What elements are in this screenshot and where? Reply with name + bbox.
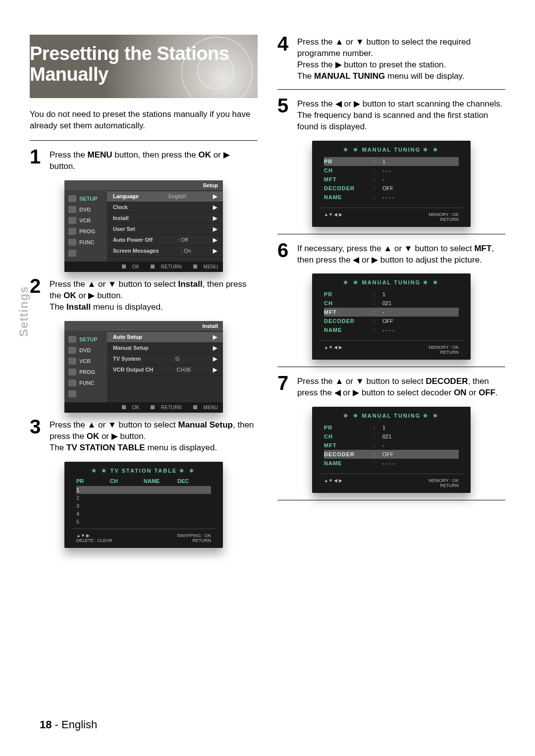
kv-row: DECODER:OFF	[324, 317, 459, 325]
kv-list: PR:1CH:021MFT:-DECODER:OFFNAME:- - - -	[319, 423, 464, 471]
label: SETUP	[79, 336, 98, 342]
col: CH	[110, 478, 144, 484]
osd-list: Auto Setup▶Manual Setup▶TV System:G▶VCR …	[107, 331, 223, 402]
step-text: Press the ◀ or ▶ button to start scannin…	[297, 97, 505, 133]
step-text: Press the ▲ or ▼ button to select Manual…	[50, 418, 258, 454]
step-number: 5	[277, 97, 292, 133]
step-4: 4 Press the ▲ or ▼ button to select the …	[277, 35, 505, 82]
page-footer: 18 - English	[40, 718, 97, 731]
step-number: 4	[277, 35, 292, 82]
t: Press the ◀ or ▶ button to start scannin…	[297, 99, 502, 108]
divider	[277, 500, 505, 500]
t: button, then press the	[112, 150, 199, 160]
kv-row: PR:1	[324, 290, 459, 299]
col: DEC	[177, 478, 211, 484]
osd-header: Setup	[64, 180, 223, 190]
osd-row: VCR Output CH:CH36▶	[107, 365, 223, 376]
osd-row: Install▶	[107, 213, 223, 224]
step-number: 7	[277, 374, 292, 399]
kv-row: NAME:- - - -	[324, 193, 459, 202]
t: ON	[454, 388, 467, 397]
label: FUNC	[79, 239, 95, 245]
t: OK	[87, 432, 100, 441]
kv-list: PR:1CH:- - -MFT:-DECODER:OFFNAME:- - - -	[319, 157, 464, 205]
table-row: 5	[76, 518, 211, 526]
osd-row: Clock▶	[107, 202, 223, 213]
osd-nav-dvd: DVD	[64, 345, 107, 356]
osd-nav-extra	[64, 388, 107, 399]
kv-row: MFT:-	[324, 441, 459, 450]
label: SETUP	[79, 196, 98, 202]
func-icon	[68, 379, 76, 386]
t: or ▶ button.	[99, 432, 146, 441]
step-text: Press the ▲ or ▼ button to select DECODE…	[297, 374, 505, 399]
page-number: 18	[40, 718, 52, 731]
page-columns: Presetting the Stations Manually You do …	[30, 35, 505, 553]
osd-footer: ▲▼ ◀ ▶MEMORY : OKRETURN	[319, 477, 464, 488]
section-tab: Settings	[17, 286, 31, 337]
t: Press the ▲ or ▼ button to select	[50, 279, 178, 289]
t: OK	[132, 264, 139, 270]
t: TV STATION TABLE	[110, 468, 177, 474]
step-number: 6	[277, 241, 292, 266]
osd-row: Auto Power Off: Off▶	[107, 235, 223, 246]
osd-nav-vcr: VCR	[64, 356, 107, 367]
t: MANUAL TUNING	[314, 71, 385, 81]
dpad-icon	[68, 250, 76, 257]
t: Install	[66, 302, 91, 312]
t: Install	[178, 279, 203, 289]
t: or ▶ button.	[76, 291, 123, 300]
osd-row: Manual Setup▶	[107, 343, 223, 354]
osd-footer: OK RETURN MENU	[64, 262, 223, 272]
t: Press the	[50, 150, 88, 160]
osd-manual-tuning-2: ✳ ✳ MANUAL TUNING ✳ ✳PR:1CH:021MFT:-DECO…	[312, 273, 471, 360]
t: ▲▼ ▶	[76, 533, 112, 538]
osd-install-menu: Install SETUP DVD VCR PROG FUNC Auto Set…	[64, 321, 223, 413]
kv-row: MFT:-	[324, 308, 459, 317]
step-text: If necessary, press the ▲ or ▼ button to…	[297, 241, 505, 266]
divider	[277, 234, 505, 234]
t: The	[50, 302, 66, 312]
label: PROG	[79, 228, 95, 234]
osd-header: Install	[64, 321, 223, 331]
osd-manual-tuning-1: ✳ ✳ MANUAL TUNING ✳ ✳PR:1CH:- - -MFT:-DE…	[312, 141, 471, 227]
osd-title: ✳ ✳ TV STATION TABLE ✳ ✳	[71, 466, 216, 478]
kv-row: NAME:- - - -	[324, 459, 459, 468]
right-column: 4 Press the ▲ or ▼ button to select the …	[277, 35, 505, 553]
t: Manual Setup	[178, 420, 233, 430]
osd-nav-dvd: DVD	[64, 204, 107, 215]
kv-row: NAME:- - - -	[324, 325, 459, 334]
footer-lang: English	[61, 718, 97, 731]
step-number: 2	[30, 277, 45, 313]
page-title: Presetting the Stations Manually	[30, 44, 258, 85]
step-number: 3	[30, 418, 45, 454]
osd-nav-setup: SETUP	[64, 334, 107, 345]
osd-row: Screen Messages: On▶	[107, 246, 223, 257]
label: PROG	[79, 369, 95, 375]
osd-nav-prog: PROG	[64, 226, 107, 237]
t: TV STATION TABLE	[66, 443, 145, 452]
t: OK	[132, 405, 139, 410]
osd-title: ✳ ✳ MANUAL TUNING ✳ ✳	[319, 411, 464, 423]
intro-text: You do not need to preset the stations m…	[30, 109, 258, 132]
func-icon	[68, 239, 76, 246]
osd-row: TV System:G▶	[107, 354, 223, 365]
t: MENU	[88, 150, 112, 160]
osd-nav-setup: SETUP	[64, 193, 107, 204]
t: .	[495, 388, 498, 397]
t: Press the ▲ or ▼ button to select the re…	[297, 37, 471, 58]
t: If necessary, press the ▲ or ▼ button to…	[297, 244, 474, 253]
t: The frequency band is scanned and the fi…	[297, 110, 488, 131]
step-3: 3 Press the ▲ or ▼ button to select Manu…	[30, 418, 258, 454]
t: menu will be display.	[385, 71, 464, 81]
osd-nav: SETUP DVD VCR PROG FUNC	[64, 331, 107, 402]
t: MENU	[204, 405, 218, 410]
label: VCR	[79, 358, 91, 364]
t: MFT	[474, 244, 491, 253]
table-header: PR CH NAME DEC	[71, 478, 216, 486]
step-number: 1	[30, 148, 45, 172]
gear-icon	[68, 195, 76, 202]
t: SWAPPING : OK	[177, 533, 211, 538]
table-row: 3	[76, 502, 211, 510]
osd-nav-func: FUNC	[64, 237, 107, 248]
